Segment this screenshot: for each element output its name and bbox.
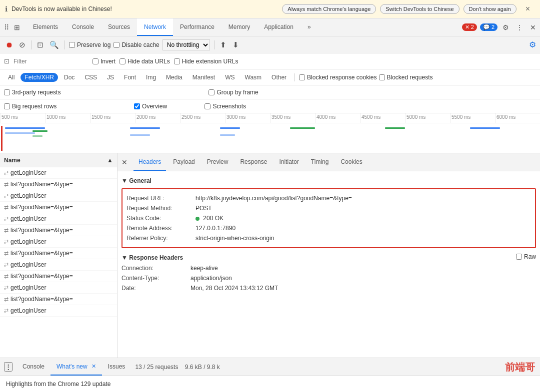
list-item[interactable]: ⇄getLoginUser	[0, 282, 117, 294]
list-item[interactable]: ⇄list?goodName=&type=	[0, 225, 117, 236]
big-rows-checkbox[interactable]	[4, 103, 10, 109]
list-item[interactable]: ⇄list?goodName=&type=	[0, 271, 117, 282]
timeline-chart[interactable]	[0, 123, 540, 153]
switch-chinese-button[interactable]: Switch DevTools to Chinese	[380, 4, 459, 14]
tab-elements[interactable]: Elements	[26, 18, 65, 36]
dock-icon[interactable]: ⊞	[12, 21, 22, 33]
devtools-menu-icon[interactable]: ⠿	[2, 21, 11, 33]
invert-label[interactable]: Invert	[92, 58, 116, 65]
tab-payload[interactable]: Payload	[168, 153, 200, 171]
type-doc-button[interactable]: Doc	[60, 73, 78, 82]
tab-timing[interactable]: Timing	[306, 153, 334, 171]
type-img-button[interactable]: Img	[142, 73, 160, 82]
blocked-cookies-label[interactable]: Blocked response cookies	[299, 74, 376, 81]
hide-ext-urls-checkbox[interactable]	[174, 58, 180, 64]
screenshots-label[interactable]: Screenshots	[204, 103, 246, 110]
invert-checkbox[interactable]	[92, 58, 98, 64]
hide-data-urls-checkbox[interactable]	[120, 58, 126, 64]
tab-application[interactable]: Application	[257, 18, 300, 36]
type-wasm-button[interactable]: Wasm	[241, 73, 266, 82]
type-fetch-button[interactable]: Fetch/XHR	[20, 73, 58, 82]
throttle-select[interactable]: No throttling	[162, 39, 210, 50]
type-js-button[interactable]: JS	[103, 73, 118, 82]
name-column-header: Name	[4, 157, 20, 164]
general-section-header[interactable]: ▼ General	[122, 175, 536, 186]
network-list-body[interactable]: ⇄getLoginUser⇄list?goodName=&type=⇄getLo…	[0, 167, 117, 358]
tab-performance[interactable]: Performance	[173, 18, 222, 36]
list-item[interactable]: ⇄getLoginUser	[0, 236, 117, 248]
third-party-label[interactable]: 3rd-party requests	[4, 89, 60, 96]
list-item[interactable]: ⇄list?goodName=&type=	[0, 202, 117, 213]
big-rows-label[interactable]: Big request rows	[4, 103, 56, 110]
type-font-button[interactable]: Font	[120, 73, 140, 82]
item-name: list?goodName=&type=	[10, 227, 113, 234]
bottom-menu-button[interactable]: ⋮	[4, 362, 12, 372]
list-item[interactable]: ⇄list?goodName=&type=	[0, 179, 117, 190]
tab-more[interactable]: »	[300, 18, 318, 36]
more-options-button[interactable]: ⋮	[514, 21, 525, 33]
list-item[interactable]: ⇄getLoginUser	[0, 190, 117, 202]
bottom-tab-whatsnew[interactable]: What's new ✕	[50, 358, 102, 376]
type-manifest-button[interactable]: Manifest	[188, 73, 219, 82]
blocked-requests-checkbox[interactable]	[379, 74, 385, 80]
tab-cookies[interactable]: Cookies	[336, 153, 367, 171]
type-all-button[interactable]: All	[4, 73, 18, 82]
filter-input[interactable]	[14, 58, 88, 65]
info-bar-close[interactable]: ×	[520, 3, 535, 15]
disable-cache-checkbox[interactable]	[114, 42, 120, 48]
tab-memory[interactable]: Memory	[222, 18, 257, 36]
network-settings-button[interactable]: ⚙	[529, 40, 536, 49]
settings-button[interactable]: ⚙	[500, 21, 511, 33]
hide-data-urls-label[interactable]: Hide data URLs	[120, 58, 170, 65]
hide-ext-urls-label[interactable]: Hide extension URLs	[174, 58, 238, 65]
preserve-log-label[interactable]: Preserve log	[69, 41, 110, 48]
screenshots-checkbox[interactable]	[204, 103, 210, 109]
list-item[interactable]: ⇄list?goodName=&type=	[0, 294, 117, 305]
type-media-button[interactable]: Media	[162, 73, 186, 82]
type-ws-button[interactable]: WS	[221, 73, 238, 82]
list-item[interactable]: ⇄getLoginUser	[0, 259, 117, 271]
group-by-frame-label[interactable]: Group by frame	[208, 89, 258, 96]
type-other-button[interactable]: Other	[268, 73, 290, 82]
bottom-tab-issues[interactable]: Issues	[102, 358, 132, 376]
overview-checkbox[interactable]	[134, 103, 140, 109]
export-button[interactable]: ⬇	[231, 39, 240, 51]
list-item[interactable]: ⇄list?goodName=&type=	[0, 248, 117, 259]
raw-checkbox[interactable]	[516, 254, 522, 260]
tab-response[interactable]: Response	[235, 153, 272, 171]
general-section-box: Request URL: http://k8s.joydevelop.com/a…	[122, 188, 536, 248]
details-content[interactable]: ▼ General Request URL: http://k8s.joydev…	[118, 171, 540, 358]
match-language-button[interactable]: Always match Chrome's language	[282, 4, 376, 14]
tab-initiator[interactable]: Initiator	[274, 153, 304, 171]
tab-preview[interactable]: Preview	[202, 153, 234, 171]
raw-label[interactable]: Raw	[524, 253, 536, 260]
error-badge: ✕ 2	[462, 23, 477, 31]
tab-network[interactable]: Network	[137, 18, 173, 36]
record-button[interactable]: ⏺	[4, 39, 14, 50]
group-by-frame-checkbox[interactable]	[208, 89, 214, 95]
blocked-cookies-checkbox[interactable]	[299, 74, 305, 80]
tab-console[interactable]: Console	[65, 18, 101, 36]
bottom-tab-console[interactable]: Console	[16, 358, 50, 376]
disable-cache-label[interactable]: Disable cache	[114, 41, 159, 48]
import-button[interactable]: ⬆	[218, 39, 228, 51]
whatsnew-close[interactable]: ✕	[92, 363, 96, 370]
list-item[interactable]: ⇄getLoginUser	[0, 305, 117, 317]
preserve-log-checkbox[interactable]	[69, 42, 75, 48]
overview-label[interactable]: Overview	[134, 103, 167, 110]
list-item[interactable]: ⇄getLoginUser	[0, 167, 117, 179]
filter-toggle-button[interactable]: ⊡	[36, 39, 45, 51]
details-close-button[interactable]: ✕	[122, 158, 128, 166]
response-headers-title[interactable]: ▼ Response Headers	[122, 252, 183, 263]
dont-show-button[interactable]: Don't show again	[464, 4, 516, 14]
tab-sources[interactable]: Sources	[101, 18, 137, 36]
blocked-requests-label[interactable]: Blocked requests	[379, 74, 433, 81]
clear-button[interactable]: ⊘	[18, 39, 27, 51]
type-css-button[interactable]: CSS	[80, 73, 101, 82]
close-devtools-button[interactable]: ✕	[528, 21, 538, 33]
search-button[interactable]: 🔍	[48, 39, 60, 51]
sort-icon[interactable]: ▲	[107, 157, 113, 164]
third-party-checkbox[interactable]	[4, 89, 10, 95]
list-item[interactable]: ⇄getLoginUser	[0, 213, 117, 225]
tab-headers[interactable]: Headers	[134, 153, 166, 171]
